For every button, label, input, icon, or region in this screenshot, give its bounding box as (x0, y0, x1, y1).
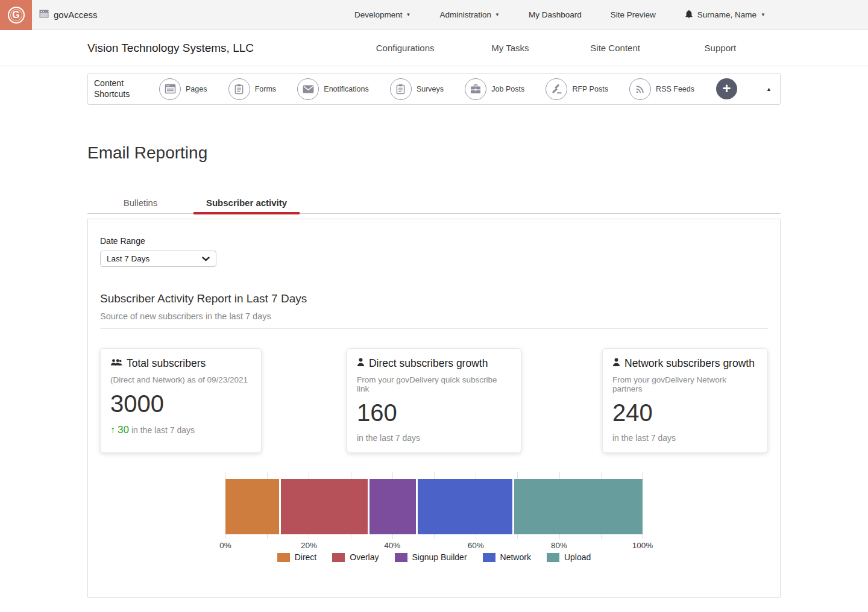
shortcut-pages[interactable]: Pages (159, 78, 207, 100)
shortcut-rss-feeds[interactable]: RSS Feeds (629, 78, 694, 100)
legend-item-overlay[interactable]: Overlay (332, 552, 379, 562)
legend-swatch (332, 553, 345, 562)
nav-my-tasks[interactable]: My Tasks (458, 43, 562, 53)
nav-site-preview-label: Site Preview (611, 10, 656, 19)
shortcut-items: PagesFormsEnotificationsSurveysJob Posts… (141, 78, 705, 100)
card-title-row: Direct subscribers growth (357, 357, 511, 370)
nav-development[interactable]: Development ▼ (354, 10, 410, 19)
axis-tick-label: 80% (551, 541, 567, 550)
bar-segment-upload[interactable] (514, 479, 643, 534)
org-name: Vision Technology Systems, LLC (87, 42, 254, 55)
govaccess-logo[interactable]: G (0, 0, 32, 30)
users-icon (110, 357, 122, 370)
tab-subscriber-activity[interactable]: Subscriber activity (193, 194, 300, 213)
legend-swatch (483, 553, 495, 562)
divider (100, 328, 768, 329)
legend-swatch (277, 553, 290, 562)
chevron-down-icon: ▼ (495, 13, 500, 17)
legend-item-network[interactable]: Network (483, 552, 531, 562)
nav-administration-label: Administration (439, 10, 491, 19)
shortcut-forms[interactable]: Forms (228, 78, 276, 100)
legend-label: Signup Builder (412, 552, 467, 562)
chart-legend: DirectOverlaySignup BuilderNetworkUpload (225, 552, 643, 562)
user-menu[interactable]: Surname, Name ▼ (685, 10, 766, 20)
user-name: Surname, Name (697, 10, 756, 19)
rss-icon (629, 78, 651, 100)
chevron-down-icon: ▼ (406, 13, 411, 17)
legend-swatch (395, 553, 407, 562)
nav-my-dashboard[interactable]: My Dashboard (529, 10, 582, 19)
nav-site-content[interactable]: Site Content (563, 43, 668, 53)
add-shortcut-button[interactable]: + (716, 78, 737, 99)
chevron-down-icon: ▼ (761, 13, 766, 17)
tab-bar: Bulletins Subscriber activity (87, 194, 781, 214)
collapse-shortcuts-caret[interactable]: ▲ (766, 86, 772, 92)
legend-label: Direct (295, 552, 317, 562)
shortcut-job-posts[interactable]: Job Posts (465, 78, 524, 100)
card-footer: in the last 7 days (612, 433, 758, 443)
pages-icon (159, 78, 181, 100)
shortcut-enotifications[interactable]: Enotifications (297, 78, 368, 100)
nav-site-preview[interactable]: Site Preview (611, 10, 656, 19)
clipboard-icon (390, 78, 412, 100)
card-footer: in the last 7 days (357, 433, 511, 443)
nav-configurations[interactable]: Configurations (353, 43, 458, 53)
shortcut-label: Forms (255, 85, 276, 93)
bar-segment-overlay[interactable] (281, 479, 370, 534)
card-title: Network subscribers growth (624, 357, 755, 370)
gavel-icon (546, 78, 567, 100)
chart-plot-area (225, 472, 643, 539)
top-nav: Development ▼ Administration ▼ My Dashbo… (354, 10, 868, 20)
legend-item-signup-builder[interactable]: Signup Builder (395, 552, 467, 562)
stacked-bar (225, 479, 643, 534)
card-value: 240 (612, 401, 758, 425)
total-subscribers-card: Total subscribers (Direct and Network) a… (100, 348, 262, 453)
shortcut-label: RSS Feeds (656, 85, 694, 93)
card-value: 160 (357, 401, 511, 425)
date-range-label: Date Range (100, 236, 768, 246)
subscriber-activity-panel: Date Range Last 7 Days Subscriber Activi… (87, 219, 781, 598)
window-icon (39, 10, 49, 20)
date-range-value: Last 7 Days (107, 254, 149, 263)
clipboard-icon (228, 78, 250, 100)
shortcut-rfp-posts[interactable]: RFP Posts (546, 78, 608, 100)
page-title: Email Reporting (87, 143, 868, 163)
nav-support[interactable]: Support (668, 43, 773, 53)
legend-item-direct[interactable]: Direct (277, 552, 317, 562)
bar-segment-direct[interactable] (225, 479, 281, 534)
legend-label: Network (500, 552, 531, 562)
nav-administration[interactable]: Administration ▼ (439, 10, 499, 19)
nav-my-dashboard-label: My Dashboard (529, 10, 582, 19)
user-icon (612, 357, 620, 370)
app-name: govAccess (54, 10, 98, 20)
axis-tick-label: 100% (632, 541, 653, 550)
bar-segment-signup-builder[interactable] (370, 479, 418, 534)
shortcut-label: Enotifications (324, 85, 368, 93)
card-subtitle: From your govDelivery quick subscribe li… (357, 375, 511, 393)
legend-label: Upload (564, 552, 591, 562)
tab-bulletins[interactable]: Bulletins (87, 194, 193, 213)
top-utility-bar: G govAccess Development ▼ Administration… (0, 0, 868, 30)
date-range-select[interactable]: Last 7 Days (100, 251, 216, 267)
axis-tick-label: 40% (384, 541, 400, 550)
content-shortcuts-label: Content Shortcuts (94, 78, 141, 99)
shortcut-label: Surveys (417, 85, 444, 93)
shortcut-label: Pages (186, 85, 207, 93)
briefcase-icon (465, 78, 486, 100)
legend-item-upload[interactable]: Upload (547, 552, 591, 562)
direct-growth-card: Direct subscribers growth From your govD… (347, 348, 521, 453)
shortcut-label: Job Posts (491, 85, 524, 93)
card-title-row: Network subscribers growth (612, 357, 758, 370)
bell-icon[interactable] (685, 10, 693, 20)
card-footer: ↑30 in the last 7 days (110, 424, 251, 436)
axis-tick-label: 60% (468, 541, 484, 550)
card-subtitle: From your govDelivery Network partners (612, 375, 758, 393)
app-identity: govAccess (39, 10, 98, 20)
card-subtitle: (Direct and Network) as of 09/23/2021 (110, 375, 251, 384)
section-title: Subscriber Activity Report in Last 7 Day… (100, 292, 768, 305)
arrow-up-icon: ↑ (110, 425, 115, 436)
shortcut-surveys[interactable]: Surveys (390, 78, 444, 100)
bar-segment-network[interactable] (418, 479, 514, 534)
legend-swatch (547, 553, 559, 562)
envelope-icon (297, 78, 319, 100)
